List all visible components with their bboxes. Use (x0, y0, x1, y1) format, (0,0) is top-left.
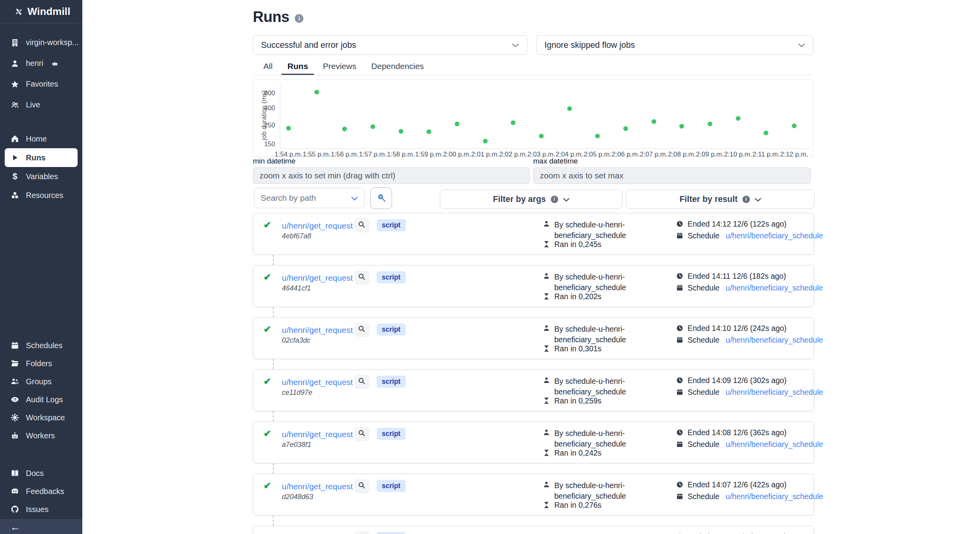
sidebar-item-workspace-switcher[interactable]: virgin-worksp... (0, 32, 82, 53)
run-triggered-by: By schedule-u-henri-beneficiary_schedule (543, 220, 648, 241)
tab-all[interactable]: All (258, 59, 278, 75)
run-inspect-button[interactable] (354, 271, 369, 285)
flow-jobs-select[interactable]: Ignore skipped flow jobs (536, 35, 813, 55)
run-path-link[interactable]: u/henri/get_request (282, 430, 353, 439)
tab-runs[interactable]: Runs (281, 59, 314, 75)
sidebar-item-workspace-settings[interactable]: Workspace (0, 409, 82, 427)
run-row[interactable]: ✔ u/henri/get_request script 46441cf1 By… (253, 265, 814, 307)
run-schedule: Schedule u/henri/beneficiary_schedule (676, 283, 823, 292)
chevron-down-icon (798, 43, 805, 47)
sidebar-item-schedules[interactable]: Schedules (0, 336, 82, 354)
chart-data-point[interactable] (623, 126, 628, 131)
building-icon (10, 38, 20, 47)
tab-previews[interactable]: Previews (317, 59, 362, 75)
run-id: a7e038f1 (282, 441, 311, 449)
job-kind-badge: script (377, 376, 406, 388)
search-by-path-select[interactable]: Search by path (254, 188, 365, 208)
chart-data-point[interactable] (370, 124, 375, 129)
schedule-path-link[interactable]: u/henri/beneficiary_schedule (726, 440, 823, 449)
sidebar-item-home[interactable]: Home (0, 129, 82, 148)
sidebar-item-audit-logs[interactable]: Audit Logs (0, 391, 82, 409)
job-status-select[interactable]: Successful and error jobs (253, 35, 527, 55)
chart-data-point[interactable] (652, 119, 656, 124)
run-path-link[interactable]: u/henri/get_request (282, 221, 353, 231)
search-button[interactable] (370, 187, 392, 209)
min-datetime-input[interactable] (253, 167, 530, 184)
chart-y-axis (280, 84, 280, 149)
chart-data-point[interactable] (708, 122, 712, 126)
run-row[interactable]: ✔ u/henri/get_request script 02cfa3dc By… (253, 317, 814, 359)
sidebar-item-runs[interactable]: Runs (5, 148, 78, 167)
run-row[interactable]: ✔ u/henri/get_request script 4ebf67a8 By… (253, 213, 814, 255)
info-icon: i (742, 196, 750, 203)
chart-data-point[interactable] (455, 122, 459, 126)
runs-list: ✔ u/henri/get_request script 4ebf67a8 By… (253, 213, 814, 534)
run-inspect-button[interactable] (354, 531, 369, 534)
schedule-path-link[interactable]: u/henri/beneficiary_schedule (726, 283, 823, 292)
sidebar-item-feedbacks[interactable]: Feedbacks (0, 482, 82, 500)
filter-by-args-button[interactable]: Filter by args i (440, 190, 622, 209)
chart-data-point[interactable] (539, 134, 544, 138)
run-ended-at: Ended 14:07 12/6 (422s ago) (676, 480, 787, 489)
chart-data-point[interactable] (595, 134, 600, 138)
run-inspect-button[interactable] (354, 323, 369, 337)
cubes-icon (10, 191, 20, 200)
run-path-link[interactable]: u/henri/get_request (282, 378, 353, 387)
schedule-path-link[interactable]: u/henri/beneficiary_schedule (726, 492, 823, 501)
windmill-logo[interactable]: Windmill (0, 0, 82, 24)
chart-data-point[interactable] (483, 139, 488, 143)
run-connector-line (273, 255, 274, 265)
job-duration-chart[interactable]: job duration (ms) 1502504006001:54 p.m.1… (253, 80, 813, 157)
run-schedule: Schedule u/henri/beneficiary_schedule (676, 492, 823, 501)
calendar-icon (676, 440, 684, 448)
run-triggered-by: By schedule-u-henri-beneficiary_schedule (543, 428, 648, 449)
run-path-link[interactable]: u/henri/get_request (282, 482, 353, 491)
info-icon[interactable]: i (295, 14, 303, 23)
run-inspect-button[interactable] (354, 479, 369, 493)
run-ended-at: Ended 14:06 12/6 (482s ago) (676, 532, 787, 534)
run-inspect-button[interactable] (354, 375, 369, 389)
schedule-path-link[interactable]: u/henri/beneficiary_schedule (726, 231, 823, 240)
sidebar-item-groups[interactable]: Groups (0, 372, 82, 391)
chevron-down-icon (755, 194, 761, 204)
chart-data-point[interactable] (314, 90, 319, 94)
chart-data-point[interactable] (342, 127, 347, 131)
run-row[interactable]: ✔ u/henri/get_request script d2048d63 By… (253, 474, 814, 516)
max-datetime-input[interactable] (533, 167, 811, 184)
hourglass-icon (543, 240, 550, 248)
chart-data-point[interactable] (511, 120, 515, 125)
schedule-path-link[interactable]: u/henri/beneficiary_schedule (726, 388, 823, 397)
run-row[interactable]: ✔ u/henri/get_request script a7e038f1 By… (253, 421, 814, 463)
sidebar-item-live[interactable]: Live (0, 94, 82, 115)
sidebar-item-resources[interactable]: Resources (0, 186, 82, 205)
hourglass-icon (543, 501, 550, 509)
chart-data-point[interactable] (736, 116, 740, 121)
run-row[interactable]: ✔ u/henri/get_request script ce11d97e By… (253, 369, 814, 411)
sidebar-item-folders[interactable]: Folders (0, 354, 82, 372)
chart-data-point[interactable] (792, 124, 797, 128)
person-icon (543, 481, 550, 489)
sidebar-item-favorites[interactable]: Favorites (0, 74, 82, 94)
run-inspect-button[interactable] (354, 427, 369, 441)
sidebar-collapse-button[interactable]: ← (0, 519, 82, 534)
sidebar-item-workers[interactable]: Workers (0, 427, 82, 445)
sidebar-item-variables[interactable]: $ Variables (0, 167, 82, 186)
sidebar-item-docs[interactable]: Docs (0, 464, 82, 482)
sidebar-item-issues[interactable]: Issues (0, 500, 82, 518)
run-path-link[interactable]: u/henri/get_request (282, 273, 353, 283)
magnifier-icon (358, 429, 366, 439)
sidebar-item-user[interactable]: henri (0, 53, 82, 74)
chart-data-point[interactable] (764, 131, 768, 135)
filter-by-result-button[interactable]: Filter by result i (626, 190, 815, 209)
chart-data-point[interactable] (286, 126, 291, 131)
chart-data-point[interactable] (679, 124, 684, 129)
run-row[interactable]: ✔ u/henri/get_request script By schedule… (253, 526, 814, 534)
run-path-link[interactable]: u/henri/get_request (282, 325, 353, 335)
job-kind-badge: script (377, 323, 406, 336)
run-inspect-button[interactable] (354, 218, 369, 232)
chart-data-point[interactable] (426, 129, 431, 134)
schedule-path-link[interactable]: u/henri/beneficiary_schedule (726, 336, 823, 345)
chart-data-point[interactable] (399, 129, 403, 134)
chart-data-point[interactable] (567, 106, 572, 111)
tab-dependencies[interactable]: Dependencies (365, 59, 430, 75)
